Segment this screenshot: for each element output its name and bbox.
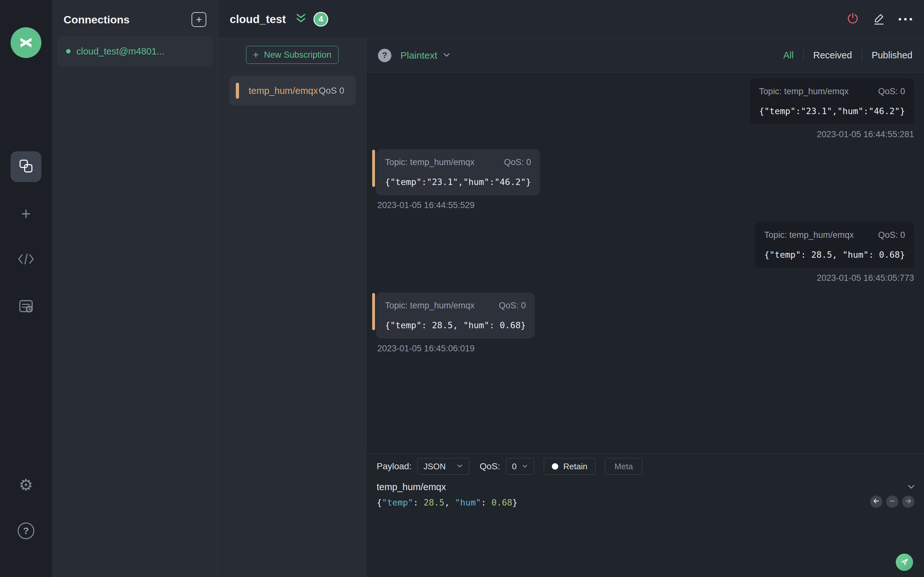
chevron-down-icon	[522, 462, 528, 472]
editor-punct: ,	[444, 498, 455, 508]
header-actions	[846, 12, 913, 26]
payload-format-value: Plaintext	[401, 50, 437, 61]
connections-panel-title: Connections	[63, 13, 129, 26]
qos-value: 0	[512, 462, 517, 472]
message-filter-bar: ? Plaintext All Received Published	[367, 39, 924, 73]
code-icon	[17, 252, 35, 268]
editor-punct: {	[376, 498, 382, 508]
next-message-button[interactable]	[902, 496, 914, 508]
message-bubble[interactable]: Topic: temp_hum/emqx QoS: 0 {"temp": 28.…	[376, 292, 535, 338]
retain-label: Retain	[564, 462, 588, 472]
message-received: Topic: temp_hum/emqx QoS: 0 {"temp": 28.…	[376, 292, 535, 354]
ellipsis-icon	[899, 18, 912, 21]
send-button[interactable]	[896, 554, 913, 571]
new-subscription-button[interactable]: + New Subscription	[246, 46, 338, 64]
publish-toolbar: Payload: JSON QoS: 0	[376, 458, 924, 475]
plus-icon: +	[196, 14, 202, 26]
payload-format-value: JSON	[423, 462, 446, 472]
message-list: Topic: temp_hum/emqx QoS: 0 {"temp":"23.…	[367, 73, 924, 453]
message-received: Topic: temp_hum/emqx QoS: 0 {"temp":"23.…	[376, 149, 540, 210]
collapse-editor-chevron-icon[interactable]	[907, 482, 916, 492]
clear-messages-button[interactable]	[886, 496, 898, 508]
editor-key: "hum"	[455, 498, 481, 508]
subscription-topic: temp_hum/emqx	[249, 85, 318, 96]
message-nav-controls	[870, 496, 914, 508]
add-connection-button[interactable]: +	[192, 12, 206, 27]
chevron-down-icon	[443, 51, 451, 60]
message-topic: Topic: temp_hum/emqx	[385, 157, 475, 167]
topic-row: temp_hum/emqx	[376, 482, 924, 492]
message-topic: Topic: temp_hum/emqx	[764, 230, 854, 240]
editor-punct: }	[512, 498, 517, 508]
icon-rail: +	[0, 0, 52, 577]
sidebar-item-settings[interactable]: ⚙	[16, 475, 36, 495]
subscriptions-panel: + New Subscription temp_hum/emqx QoS 0	[218, 39, 367, 577]
minus-icon	[888, 497, 896, 506]
message-bubble[interactable]: Topic: temp_hum/emqx QoS: 0 {"temp":"23.…	[376, 149, 540, 195]
sidebar-item-log[interactable]	[16, 297, 36, 316]
editor-key: "temp"	[382, 498, 413, 508]
message-bubble[interactable]: Topic: temp_hum/emqx QoS: 0 {"temp": 28.…	[755, 222, 914, 268]
plus-icon: +	[253, 50, 259, 60]
message-timestamp: 2023-01-05 16:45:06:019	[377, 343, 475, 354]
topic-input[interactable]: temp_hum/emqx	[376, 482, 446, 492]
retain-dot-icon	[552, 463, 558, 470]
editor-punct: :	[413, 498, 424, 508]
payload-editor[interactable]: {"temp": 28.5, "hum": 0.68}	[376, 498, 924, 508]
connection-name: cloud_test@m4801...	[76, 46, 164, 57]
message-qos: QoS: 0	[504, 157, 531, 167]
more-options-button[interactable]	[898, 12, 913, 26]
log-icon	[17, 298, 35, 316]
meta-button[interactable]: Meta	[605, 458, 642, 475]
connection-list-item[interactable]: cloud_test@m4801...	[57, 36, 213, 67]
editor-punct: :	[481, 498, 491, 508]
retain-toggle[interactable]: Retain	[544, 458, 596, 475]
connections-panel: Connections + cloud_test@m4801...	[52, 0, 218, 577]
prev-message-button[interactable]	[870, 496, 882, 508]
sidebar-item-script[interactable]	[16, 250, 36, 269]
sidebar-item-new-connection[interactable]: +	[16, 204, 36, 223]
help-icon: ?	[23, 525, 29, 536]
subscription-item[interactable]: temp_hum/emqx QoS 0	[229, 76, 356, 105]
sidebar-item-help[interactable]: ?	[18, 522, 34, 539]
disconnect-button[interactable]	[846, 12, 860, 26]
message-qos: QoS: 0	[878, 230, 905, 240]
message-qos: QoS: 0	[499, 301, 526, 311]
tab-divider	[803, 50, 804, 61]
connections-panel-header: Connections +	[52, 0, 218, 33]
message-area: ? Plaintext All Received Published	[367, 39, 924, 577]
message-payload: {"temp":"23.1","hum":"46.2"}	[759, 106, 905, 116]
settings-gear-icon: ⚙	[19, 476, 33, 494]
message-direction-tabs: All Received Published	[783, 50, 913, 61]
editor-number: 28.5	[423, 498, 444, 508]
tab-received[interactable]: Received	[813, 50, 852, 61]
message-payload: {"temp":"23.1","hum":"46.2"}	[385, 177, 531, 187]
arrow-right-icon	[905, 497, 912, 506]
payload-format-help-button[interactable]: ?	[378, 49, 391, 62]
publish-panel: Payload: JSON QoS: 0	[367, 453, 924, 577]
qos-dropdown[interactable]: 0	[506, 458, 534, 475]
message-bubble[interactable]: Topic: temp_hum/emqx QoS: 0 {"temp":"23.…	[750, 78, 914, 124]
pencil-icon	[872, 12, 886, 27]
connection-header: cloud_test 4	[218, 0, 924, 39]
subscription-qos: QoS 0	[319, 85, 349, 96]
mqttx-logo	[11, 27, 41, 58]
payload-format-dropdown[interactable]: JSON	[417, 458, 469, 475]
main-region: cloud_test 4	[218, 0, 924, 577]
payload-format-select[interactable]: Plaintext	[401, 50, 451, 61]
power-icon	[846, 12, 859, 27]
message-count-badge: 4	[313, 12, 328, 27]
collapse-panel-button[interactable]	[295, 13, 307, 26]
connection-title: cloud_test	[230, 13, 286, 26]
question-icon: ?	[382, 50, 387, 60]
arrow-left-icon	[872, 497, 880, 506]
chevron-down-icon	[456, 462, 463, 472]
edit-connection-button[interactable]	[872, 12, 886, 26]
message-topic: Topic: temp_hum/emqx	[759, 87, 849, 97]
tab-all[interactable]: All	[783, 50, 793, 61]
mqttx-app-window: +	[0, 0, 924, 577]
message-published: Topic: temp_hum/emqx QoS: 0 {"temp":"23.…	[750, 78, 914, 139]
tab-published[interactable]: Published	[872, 50, 913, 61]
sidebar-item-connections[interactable]	[11, 151, 41, 182]
connected-status-dot	[66, 49, 71, 53]
